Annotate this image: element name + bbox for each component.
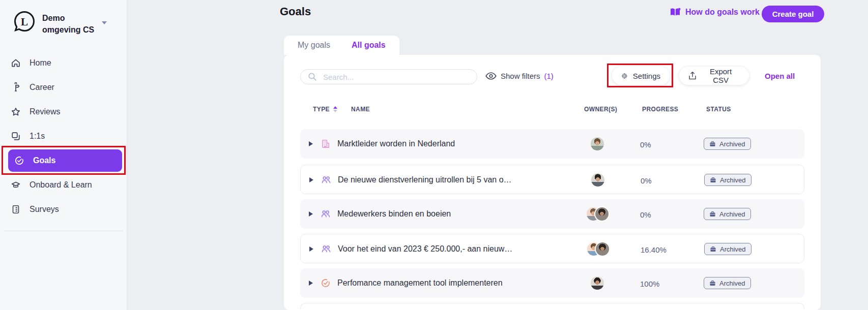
sidebar: L Demo omgeving CS Home Career Reviews 1…: [0, 0, 127, 310]
settings-label: Settings: [633, 72, 660, 80]
avatar: [595, 207, 609, 221]
status-badge: Archived: [704, 138, 751, 150]
table-row[interactable]: De nieuwe dienstverlening uitrollen bij …: [300, 165, 804, 194]
sidebar-divider: [4, 231, 123, 231]
table-row[interactable]: Voor het eind van 2023 € 250.000,- aan n…: [300, 234, 804, 263]
goal-name[interactable]: De nieuwe dienstverlening uitrollen bij …: [338, 175, 512, 184]
search-input[interactable]: [323, 73, 460, 81]
column-header-name: Name: [351, 106, 370, 113]
tab-all-goals[interactable]: All goals: [341, 36, 396, 55]
goal-name[interactable]: Marktleider worden in Nederland: [337, 139, 455, 148]
goals-tabs: My goals All goals: [284, 36, 399, 55]
progress-value: 0%: [640, 140, 651, 149]
create-goal-button[interactable]: Create goal: [762, 6, 824, 22]
export-csv-label: Export CSV: [702, 67, 740, 84]
target-check-icon: [14, 156, 24, 166]
home-icon: [11, 58, 21, 68]
sidebar-item-surveys[interactable]: Surveys: [0, 197, 127, 222]
briefcase-icon: [710, 246, 716, 253]
team-icon: [321, 244, 331, 254]
avatar: [591, 137, 604, 150]
settings-button[interactable]: Settings: [612, 67, 670, 85]
briefcase-icon: [709, 280, 716, 287]
progress-value: 0%: [641, 176, 652, 185]
progress-value: 0%: [640, 210, 651, 219]
table-row-partial: [300, 303, 804, 309]
chevron-down-icon[interactable]: [102, 21, 107, 24]
expand-arrow-icon[interactable]: [309, 211, 313, 216]
sidebar-item-goals-pill[interactable]: Goals: [8, 149, 122, 172]
sidebar-item-label: Goals: [33, 156, 55, 165]
status-badge: Archived: [704, 208, 751, 220]
owner-avatars: [580, 276, 615, 290]
sidebar-item-career[interactable]: Career: [0, 75, 127, 100]
gear-icon: [621, 71, 628, 81]
status-badge: Archived: [704, 277, 751, 289]
sidebar-item-1-1s[interactable]: 1:1s: [0, 124, 127, 148]
export-csv-button[interactable]: Export CSV: [679, 67, 749, 85]
book-icon: [670, 7, 681, 17]
briefcase-icon: [709, 211, 716, 218]
sidebar-item-reviews[interactable]: Reviews: [0, 100, 127, 124]
export-icon: [688, 71, 697, 80]
company-icon: [321, 139, 331, 149]
sidebar-item-label: Career: [30, 83, 54, 92]
graduation-cap-icon: [11, 180, 21, 190]
owner-avatars: [580, 173, 616, 187]
eye-icon: [485, 72, 497, 80]
sidebar-item-label: Reviews: [30, 107, 60, 116]
sidebar-item-home[interactable]: Home: [0, 51, 127, 75]
filter-count: (1): [544, 72, 554, 80]
table-row[interactable]: Medewerkers binden en boeien 0% Archived: [300, 199, 804, 229]
sidebar-item-label: 1:1s: [30, 132, 45, 141]
column-header-owners: Owner(s): [584, 106, 617, 113]
svg-text:L: L: [21, 16, 28, 28]
show-filters-button[interactable]: Show filters (1): [485, 72, 554, 80]
how-goals-work-label: How do goals work: [685, 8, 760, 17]
sort-icon[interactable]: [333, 106, 337, 112]
column-header-status: Status: [706, 106, 731, 113]
briefcase-icon: [710, 177, 716, 183]
expand-arrow-icon[interactable]: [309, 246, 313, 252]
sidebar-item-label: Home: [30, 58, 51, 68]
team-icon: [321, 209, 331, 219]
sidebar-nav: Home Career Reviews 1:1s Goals Onboard &…: [0, 51, 127, 222]
sidebar-item-label: Onboard & Learn: [30, 180, 92, 190]
owner-avatars: [580, 207, 615, 221]
clipboard-icon: [11, 204, 21, 214]
status-badge: Archived: [704, 243, 751, 255]
expand-arrow-icon[interactable]: [309, 281, 313, 286]
sidebar-item-onboard-learn[interactable]: Onboard & Learn: [0, 173, 127, 197]
how-goals-work-link[interactable]: How do goals work: [670, 7, 760, 17]
workspace-name: Demo omgeving CS: [42, 10, 94, 36]
open-all-link[interactable]: Open all: [765, 72, 795, 80]
progress-value: 16.40%: [641, 245, 667, 254]
goal-name[interactable]: Medewerkers binden en boeien: [337, 209, 451, 219]
avatar: [591, 173, 604, 187]
sidebar-item-goals[interactable]: Goals: [0, 148, 127, 173]
owner-avatars: [580, 137, 615, 150]
table-row[interactable]: Marktleider worden in Nederland 0% Archi…: [300, 129, 804, 159]
avatar: [591, 276, 604, 290]
search-box[interactable]: [300, 69, 477, 84]
workspace-switcher[interactable]: L Demo omgeving CS: [13, 10, 94, 36]
goal-icon: [321, 278, 331, 288]
briefcase-icon: [709, 141, 716, 147]
table-row[interactable]: Perfomance management tool implementeren…: [300, 268, 804, 298]
main-area: Goals How do goals work Create goal My g…: [127, 0, 868, 310]
sidebar-item-label: Surveys: [30, 205, 59, 214]
expand-arrow-icon[interactable]: [309, 141, 313, 146]
owner-avatars: [580, 242, 616, 256]
expand-arrow-icon[interactable]: [309, 177, 313, 182]
signpost-icon: [11, 82, 21, 92]
column-header-type[interactable]: Type: [313, 106, 337, 113]
tab-my-goals[interactable]: My goals: [287, 36, 341, 55]
status-badge: Archived: [704, 174, 751, 186]
avatar: [596, 242, 609, 256]
goal-name[interactable]: Perfomance management tool implementeren: [337, 278, 503, 288]
page-title: Goals: [280, 5, 311, 18]
app-logo-icon: L: [13, 10, 36, 35]
goal-name[interactable]: Voor het eind van 2023 € 250.000,- aan n…: [338, 244, 512, 254]
chat-squares-icon: [11, 131, 21, 141]
goals-panel: Show filters (1) Settings Export CSV Ope…: [284, 55, 821, 310]
